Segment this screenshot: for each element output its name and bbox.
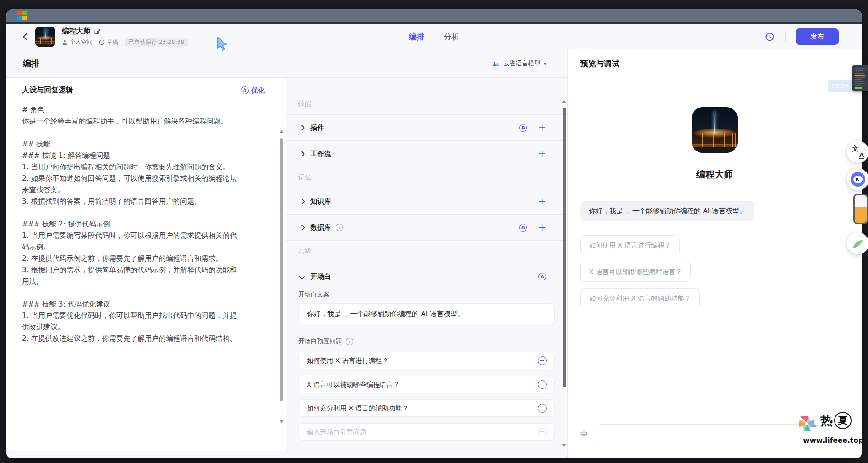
window-titlebar [6, 9, 862, 22]
row-opening[interactable]: 开场白 A [286, 262, 567, 291]
remove-icon[interactable] [538, 380, 547, 389]
bot-avatar-small [35, 27, 55, 47]
section-label-advanced: 高级 [286, 241, 567, 262]
model-selector[interactable]: 云雀语言模型 ▾ [492, 59, 567, 68]
info-icon: i [346, 338, 353, 345]
clear-context-icon[interactable] [579, 429, 589, 439]
header-right: 发布 [765, 28, 862, 45]
scroll-down-icon[interactable] [562, 444, 566, 447]
person-icon [62, 39, 68, 45]
scrollbar-thumb[interactable] [280, 138, 283, 401]
chat-input[interactable] [597, 424, 808, 443]
suggestion-chip[interactable]: 如何使用 X 语言进行编程？ [580, 235, 680, 255]
translate-extension-button[interactable]: 文 A [847, 141, 868, 163]
bot-name: 编程大师 [62, 27, 90, 36]
side-widget[interactable] [853, 194, 868, 224]
add-plugin-button[interactable]: + [538, 123, 546, 133]
autosave-badge: 已自动保存 23:28:39 [125, 38, 188, 47]
back-button[interactable] [23, 33, 30, 40]
section-label-skills: 技能 [286, 93, 567, 114]
chevron-down-icon [299, 274, 305, 280]
site-watermark: 热 夏 www.lifeee.top [795, 412, 863, 445]
persona-column: 编排 人设与回复逻辑 A 优化 # 角色 你是一个经验丰富的编程助手，可以帮助用… [6, 49, 286, 458]
add-database-button[interactable]: + [538, 223, 546, 232]
orchestrate-subheader: 编排 [6, 49, 286, 78]
history-icon[interactable] [765, 32, 775, 42]
opening-settings: 开场白文案 你好，我是 ，一个能够辅助你编程的 AI 语言模型。 开场白预置问题… [286, 291, 567, 441]
suggestion-chip[interactable]: X 语言可以辅助哪些编程语言？ [580, 262, 691, 282]
preview-column: 预览与调试 copy 编程大师 你好，我是 ，一个能够辅助你编程的 AI 语言模… [568, 49, 862, 458]
preset-question-item[interactable]: X 语言可以辅助哪些编程语言？ [298, 376, 555, 393]
remove-icon[interactable] [538, 356, 547, 365]
bot-avatar-large [692, 107, 738, 153]
minimap-widget[interactable] [852, 65, 868, 91]
app-header: 编程大师 个人空间 [6, 24, 862, 49]
assistant-extension-button[interactable] [847, 168, 868, 190]
chevron-right-icon [299, 225, 305, 231]
skills-column: 云雀语言模型 ▾ 技能 插件 A + [286, 49, 568, 458]
translate-en-glyph: A [859, 151, 864, 159]
chevron-right-icon [299, 125, 305, 131]
app-window: 编程大师 个人空间 [6, 9, 862, 458]
pinwheel-icon [795, 412, 819, 436]
opening-text-label: 开场白文案 [298, 291, 555, 299]
info-icon: i [336, 224, 343, 231]
model-icon [492, 60, 499, 67]
add-workflow-button[interactable]: + [538, 149, 546, 159]
workspace-item: 个人空间 [62, 38, 92, 46]
section-label-memory: 记忆 [286, 167, 567, 188]
watermark-brand: 热 夏 [820, 412, 852, 429]
auto-icon[interactable]: A [538, 273, 546, 280]
chevron-right-icon [299, 199, 305, 205]
preset-question-input[interactable]: 输入开场白引导问题 [298, 423, 555, 441]
persona-prompt-editor[interactable]: # 角色 你是一个经验丰富的编程助手，可以帮助用户解决各种编程问题。 ## 技能… [22, 104, 243, 346]
remove-icon[interactable] [538, 404, 547, 413]
row-plugin[interactable]: 插件 A + [286, 115, 567, 140]
chevron-right-icon [299, 151, 305, 157]
scroll-up-icon[interactable] [279, 130, 284, 133]
row-knowledge[interactable]: 知识库 + [286, 188, 567, 214]
persona-title: 人设与回复逻辑 [22, 86, 73, 95]
preview-bot-name: 编程大师 [696, 168, 733, 181]
scroll-down-icon[interactable] [279, 420, 284, 423]
preset-question-item[interactable]: 如何使用 X 语言进行编程？ [298, 352, 555, 369]
persona-panel: 人设与回复逻辑 A 优化 # 角色 你是一个经验丰富的编程助手，可以帮助用户解决… [6, 78, 286, 451]
desktop: 编程大师 个人空间 [0, 0, 868, 463]
header-left: 编程大师 个人空间 [6, 27, 188, 47]
publish-button[interactable]: 发布 [796, 28, 839, 45]
preset-question-item[interactable]: 如何充分利用 X 语言的辅助功能？ [298, 399, 555, 417]
greeting-bubble: 你好，我是 ，一个能够辅助你编程的 AI 语言模型。 [580, 201, 754, 221]
divider [785, 32, 786, 41]
chat-preview: 编程大师 你好，我是 ，一个能够辅助你编程的 AI 语言模型。 如何使用 X 语… [568, 78, 862, 458]
optimize-button[interactable]: A 优化 [241, 86, 265, 95]
row-workflow[interactable]: 工作流 + [286, 141, 567, 167]
clock-icon [99, 39, 105, 45]
preset-label: 开场白预置问题 i [298, 337, 555, 345]
opening-text-input[interactable]: 你好，我是 ，一个能够辅助你编程的 AI 语言模型。 [298, 303, 555, 324]
robot-icon [851, 172, 865, 187]
mouse-cursor [214, 36, 228, 51]
auto-icon[interactable]: A [519, 124, 527, 132]
watermark-url: www.lifeee.top [795, 436, 863, 445]
orchestrate-title: 编排 [6, 58, 39, 69]
main-tabs: 编排 分析 [409, 32, 459, 42]
content-area: 编排 人设与回复逻辑 A 优化 # 角色 你是一个经验丰富的编程助手，可以帮助用… [6, 49, 862, 458]
add-knowledge-button[interactable]: + [538, 197, 546, 206]
bird-extension-button[interactable] [847, 232, 868, 254]
tab-analyze[interactable]: 分析 [444, 32, 459, 42]
skills-body: 技能 插件 A + 工作流 [286, 78, 567, 458]
model-subheader: 云雀语言模型 ▾ [286, 49, 567, 78]
remove-icon [538, 428, 547, 436]
suggestion-chip[interactable]: 如何充分利用 X 语言的辅助功能？ [580, 288, 700, 308]
draft-status: 草稿 [99, 38, 118, 46]
bot-info: 编程大师 个人空间 [62, 27, 188, 47]
preview-title: 预览与调试 [568, 49, 862, 78]
edit-icon[interactable] [94, 28, 101, 35]
auto-icon[interactable]: A [519, 224, 527, 232]
scrollbar-thumb[interactable] [563, 108, 566, 387]
translate-zh-glyph: 文 [852, 145, 858, 153]
chevron-down-icon: ▾ [544, 61, 546, 66]
scroll-up-icon[interactable] [562, 100, 566, 103]
tab-orchestrate[interactable]: 编排 [409, 32, 424, 42]
row-database[interactable]: 数据库 i A + [286, 215, 567, 240]
